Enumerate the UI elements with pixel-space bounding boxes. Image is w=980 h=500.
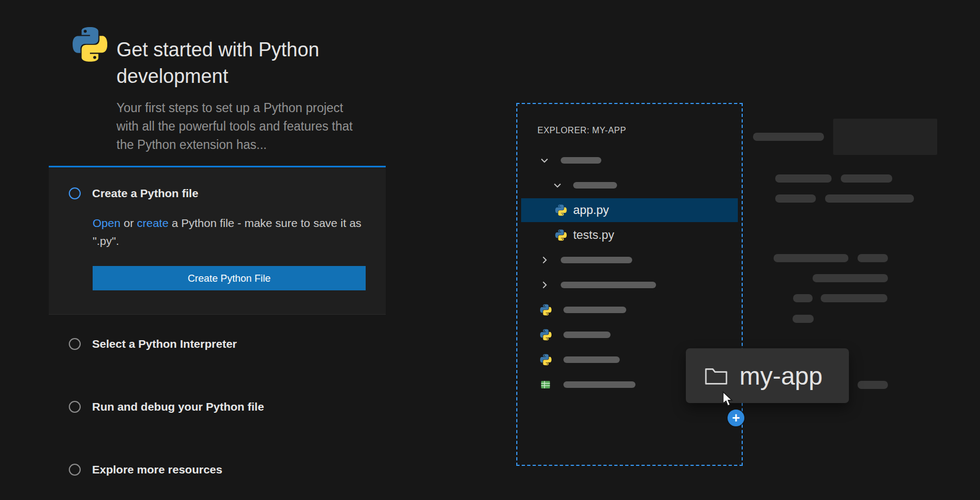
step-title: Create a Python file xyxy=(92,187,198,200)
page-title: Get started with Python development xyxy=(116,37,371,90)
folder-icon xyxy=(704,366,728,386)
placeholder-bar xyxy=(563,356,620,363)
placeholder-bar xyxy=(573,182,617,189)
description-text: or xyxy=(120,217,137,229)
step-radio-active[interactable] xyxy=(69,187,81,199)
placeholder-bar xyxy=(563,307,626,313)
placeholder-bar xyxy=(563,381,635,388)
step-run-and-debug[interactable]: Run and debug your Python file xyxy=(69,399,264,415)
skeleton-bar xyxy=(775,174,832,183)
file-name: app.py xyxy=(573,203,609,217)
step-create-python-file: Create a Python file Open or create a Py… xyxy=(49,166,386,315)
python-file-icon xyxy=(540,354,551,366)
skeleton-bar xyxy=(858,381,888,389)
mouse-cursor-icon xyxy=(722,391,733,407)
create-python-file-button[interactable]: Create Python File xyxy=(93,266,366,290)
page-subtitle: Your first steps to set up a Python proj… xyxy=(116,99,365,154)
skeleton-block xyxy=(833,119,937,155)
python-file-icon xyxy=(540,304,551,316)
python-file-icon xyxy=(555,205,567,216)
placeholder-bar xyxy=(563,332,611,338)
step-title: Explore more resources xyxy=(92,463,222,476)
chevron-right-icon xyxy=(539,255,550,265)
skeleton-bar xyxy=(753,133,824,141)
skeleton-bar xyxy=(825,194,914,203)
file-name: tests.py xyxy=(573,228,614,242)
step-radio[interactable] xyxy=(69,464,81,476)
table-file-icon xyxy=(540,379,551,390)
skeleton-bar xyxy=(774,254,848,262)
step-header-create-python-file[interactable]: Create a Python file xyxy=(69,187,371,200)
python-file-icon xyxy=(540,329,551,341)
python-file-icon xyxy=(555,230,567,241)
skeleton-bar xyxy=(775,194,816,203)
skeleton-bar xyxy=(793,294,813,302)
chevron-right-icon xyxy=(539,280,550,290)
skeleton-bar xyxy=(813,274,888,282)
tree-row xyxy=(517,297,742,322)
step-title: Run and debug your Python file xyxy=(92,400,264,413)
tree-row xyxy=(517,322,742,347)
placeholder-bar xyxy=(561,282,656,288)
step-description: Open or create a Python file - make sure… xyxy=(93,214,364,250)
step-explore-resources[interactable]: Explore more resources xyxy=(69,462,222,478)
drag-tooltip: my-app xyxy=(686,348,849,403)
tree-row xyxy=(517,248,742,272)
placeholder-bar xyxy=(561,257,632,263)
drag-tooltip-label: my-app xyxy=(739,361,822,391)
tree-row xyxy=(517,272,742,297)
step-radio[interactable] xyxy=(69,401,81,413)
skeleton-bar xyxy=(841,174,892,183)
chevron-down-icon xyxy=(552,180,563,191)
tree-row-app-py: app.py xyxy=(517,198,742,223)
tree-row xyxy=(517,173,742,198)
plus-badge-icon: + xyxy=(728,410,744,426)
open-link[interactable]: Open xyxy=(93,217,120,229)
create-link[interactable]: create xyxy=(137,217,168,229)
step-select-interpreter[interactable]: Select a Python Interpreter xyxy=(69,336,237,352)
step-title: Select a Python Interpreter xyxy=(92,337,237,350)
tree-row xyxy=(517,148,742,173)
skeleton-bar xyxy=(821,294,887,302)
skeleton-bar xyxy=(793,315,814,323)
python-logo-icon xyxy=(73,27,107,62)
placeholder-bar xyxy=(561,157,601,164)
explorer-illustration: EXPLORER: MY-APP app.py tests.py xyxy=(516,103,743,466)
step-radio[interactable] xyxy=(69,338,81,350)
tree-row-tests-py: tests.py xyxy=(517,223,742,248)
chevron-down-icon xyxy=(539,155,550,166)
skeleton-bar xyxy=(858,254,888,262)
explorer-header: EXPLORER: MY-APP xyxy=(537,126,626,135)
